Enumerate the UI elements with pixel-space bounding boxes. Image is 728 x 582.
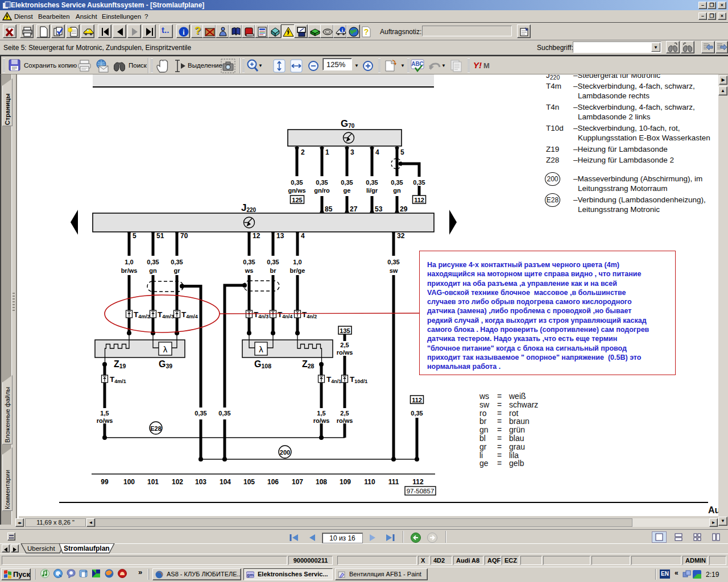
svg-text:2: 2 bbox=[301, 148, 305, 156]
svg-text:105: 105 bbox=[243, 478, 255, 486]
svg-text:32: 32 bbox=[397, 232, 405, 240]
svg-text:100: 100 bbox=[123, 478, 135, 486]
svg-text:br/ge: br/ge bbox=[290, 267, 305, 274]
svg-text:111: 111 bbox=[388, 478, 399, 486]
svg-text:T4n/1: T4n/1 bbox=[326, 375, 341, 384]
svg-text:4: 4 bbox=[301, 232, 305, 240]
svg-text:112: 112 bbox=[412, 397, 422, 404]
svg-text:Z28: Z28 bbox=[302, 359, 315, 369]
svg-text:0,35: 0,35 bbox=[366, 179, 378, 186]
svg-text:2,5: 2,5 bbox=[340, 342, 349, 348]
svg-text:gm: gm bbox=[247, 572, 254, 577]
svg-text:sw: sw bbox=[390, 267, 398, 274]
svg-text:?: ? bbox=[364, 27, 369, 36]
svg-text:ws: ws bbox=[245, 267, 254, 274]
svg-text:0,35: 0,35 bbox=[413, 179, 425, 186]
svg-text:29: 29 bbox=[400, 205, 408, 213]
svg-text:51: 51 bbox=[156, 232, 164, 240]
svg-text:106: 106 bbox=[267, 478, 279, 486]
svg-text:ro/ws: ro/ws bbox=[337, 417, 353, 424]
svg-text:G108: G108 bbox=[254, 359, 271, 369]
svg-text:99: 99 bbox=[101, 478, 109, 486]
svg-text:0,35: 0,35 bbox=[267, 259, 279, 265]
svg-text:E28: E28 bbox=[150, 425, 162, 432]
svg-text:T4m/4: T4m/4 bbox=[181, 310, 198, 319]
svg-text:102: 102 bbox=[172, 478, 183, 486]
svg-text:0,35: 0,35 bbox=[243, 259, 255, 265]
svg-text:107: 107 bbox=[292, 478, 303, 486]
svg-text:85: 85 bbox=[325, 205, 333, 213]
svg-text:Z19: Z19 bbox=[114, 359, 126, 369]
svg-text:0,35: 0,35 bbox=[387, 259, 399, 265]
svg-text:3: 3 bbox=[350, 148, 354, 156]
svg-text:104: 104 bbox=[220, 478, 231, 486]
svg-text:5: 5 bbox=[133, 232, 136, 240]
svg-text:0,35: 0,35 bbox=[316, 179, 328, 186]
svg-text:112: 112 bbox=[414, 197, 424, 203]
svg-text:T10d/1: T10d/1 bbox=[350, 375, 367, 384]
svg-text:λ: λ bbox=[259, 344, 263, 354]
svg-text:135: 135 bbox=[340, 327, 350, 334]
svg-text:1: 1 bbox=[325, 148, 329, 156]
svg-text:103: 103 bbox=[195, 478, 206, 486]
svg-text:0,35: 0,35 bbox=[218, 410, 230, 417]
svg-text:70: 70 bbox=[180, 232, 188, 240]
svg-text:0,35: 0,35 bbox=[391, 179, 403, 186]
svg-text:gn/ws: gn/ws bbox=[288, 187, 305, 194]
svg-text:125: 125 bbox=[292, 197, 302, 203]
svg-text:li/gr: li/gr bbox=[366, 187, 378, 194]
svg-text:112: 112 bbox=[412, 478, 424, 486]
svg-text:ro/ws: ro/ws bbox=[313, 417, 330, 424]
svg-text:4: 4 bbox=[375, 148, 379, 156]
svg-text:108: 108 bbox=[316, 478, 327, 486]
svg-text:G39: G39 bbox=[159, 359, 172, 369]
svg-text:T4n/3: T4n/3 bbox=[254, 310, 268, 319]
svg-text:1,0: 1,0 bbox=[293, 259, 301, 265]
svg-text:T4m/3: T4m/3 bbox=[158, 310, 174, 319]
svg-text:br: br bbox=[270, 267, 277, 274]
svg-text:J220: J220 bbox=[241, 202, 257, 213]
svg-text:110: 110 bbox=[364, 478, 375, 486]
svg-text:27: 27 bbox=[350, 205, 358, 213]
svg-text:gn: gn bbox=[393, 187, 401, 194]
svg-text:gn/ro: gn/ro bbox=[314, 187, 330, 194]
svg-text:T4n/4: T4n/4 bbox=[278, 310, 292, 319]
svg-text:1,5: 1,5 bbox=[100, 410, 109, 417]
svg-text:T4m/2: T4m/2 bbox=[134, 310, 150, 319]
svg-text:0,35: 0,35 bbox=[341, 179, 353, 186]
svg-text:97-50857: 97-50857 bbox=[407, 488, 435, 494]
svg-text:109: 109 bbox=[340, 478, 351, 486]
svg-text:T4n/2: T4n/2 bbox=[302, 310, 317, 319]
svg-text:ro/ws: ro/ws bbox=[97, 417, 113, 424]
svg-text:12: 12 bbox=[253, 232, 260, 240]
svg-text:0,35: 0,35 bbox=[147, 259, 159, 265]
svg-text:T4m/1: T4m/1 bbox=[110, 375, 126, 384]
svg-text:ro/ws: ro/ws bbox=[337, 349, 353, 356]
svg-text:1,5: 1,5 bbox=[317, 410, 325, 417]
svg-text:1,0: 1,0 bbox=[125, 259, 133, 265]
svg-text:br/ws: br/ws bbox=[121, 267, 138, 274]
svg-text:G70: G70 bbox=[341, 118, 355, 129]
svg-text:ge: ge bbox=[344, 187, 351, 194]
svg-text:0,35: 0,35 bbox=[291, 179, 303, 186]
svg-text:2,5: 2,5 bbox=[340, 410, 349, 417]
svg-text:101: 101 bbox=[147, 478, 159, 486]
svg-text:0,35: 0,35 bbox=[171, 259, 183, 265]
svg-text:200: 200 bbox=[280, 449, 290, 456]
svg-text:53: 53 bbox=[375, 205, 383, 213]
svg-text:13: 13 bbox=[276, 232, 284, 240]
svg-text:gr: gr bbox=[174, 267, 181, 274]
svg-text:λ: λ bbox=[163, 344, 168, 354]
svg-text:0,35: 0,35 bbox=[195, 410, 206, 417]
svg-text:gn: gn bbox=[149, 267, 157, 274]
svg-text:5: 5 bbox=[400, 148, 404, 156]
svg-text:0,35: 0,35 bbox=[411, 410, 423, 417]
